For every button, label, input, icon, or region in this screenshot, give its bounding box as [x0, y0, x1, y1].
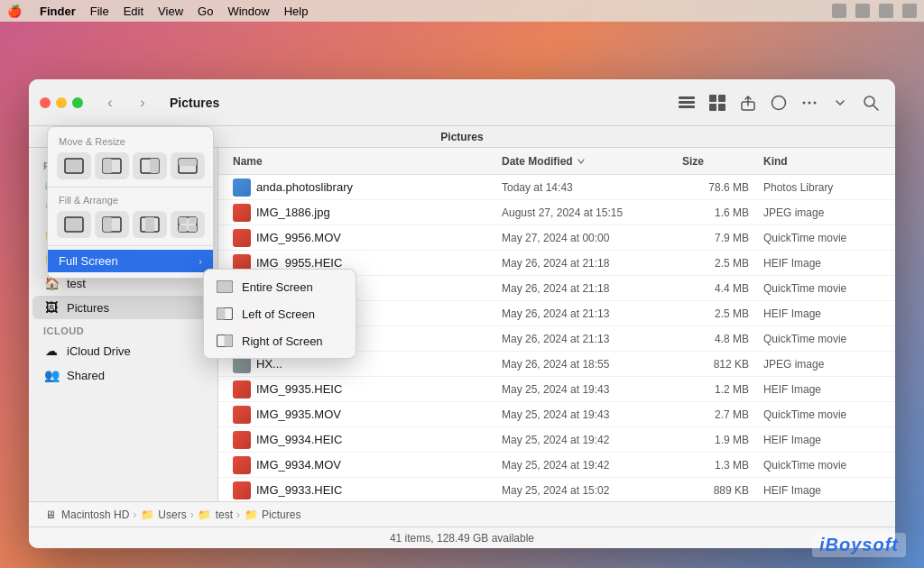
table-row[interactable]: IMG_9935.MOV May 25, 2024 at 19:43 2.7 M…	[218, 402, 895, 427]
sidebar-icloud-item-icloud-drive[interactable]: ☁iCloud Drive	[32, 339, 214, 362]
ctx-fullscreen-label: Full Screen	[59, 254, 118, 268]
table-row[interactable]: IMG_1886.jpg August 27, 2024 at 15:15 1.…	[218, 200, 895, 225]
search-button[interactable]	[857, 90, 884, 115]
file-date-6: May 26, 2024 at 21:13	[502, 333, 682, 345]
ctx-arrange-4[interactable]	[171, 211, 205, 238]
sidebar-icloud-item-shared[interactable]: 👥Shared	[32, 363, 214, 387]
file-date-11: May 25, 2024 at 19:42	[502, 459, 682, 472]
icloud-icon-0: ☁	[43, 343, 60, 359]
submenu-label-2: Right of Screen	[242, 334, 323, 348]
table-row[interactable]: IMG_9935.HEIC May 25, 2024 at 19:43 1.2 …	[218, 377, 895, 402]
svg-rect-23	[103, 217, 112, 232]
svg-point-9	[803, 101, 806, 104]
svg-rect-6	[718, 104, 725, 111]
path-separator: ›	[133, 508, 136, 521]
file-size-7: 812 KB	[682, 358, 763, 371]
file-name-9: IMG_9935.MOV	[233, 406, 502, 424]
grid-view-button[interactable]	[704, 90, 731, 115]
ctx-fullscreen-item[interactable]: Full Screen ›	[48, 250, 213, 272]
path-icon-1: 📁	[140, 508, 154, 522]
maximize-button[interactable]	[72, 97, 83, 108]
file-date-1: August 27, 2024 at 15:15	[502, 206, 682, 219]
share-button[interactable]	[735, 90, 762, 115]
minimize-button[interactable]	[56, 97, 67, 108]
file-name-1: IMG_1886.jpg	[233, 204, 502, 222]
traffic-lights	[40, 97, 83, 108]
path-separator: ›	[236, 508, 240, 521]
table-row[interactable]: IMG_9933.HEIC May 25, 2024 at 15:02 889 …	[218, 478, 895, 501]
menubar-icon-1	[832, 4, 846, 18]
sidebar-icon-5: 🖼	[43, 299, 60, 316]
file-kind-4: QuickTime movie	[763, 282, 881, 295]
path-icon-0: 🖥	[43, 508, 58, 522]
path-segment-2[interactable]: test	[216, 508, 233, 521]
path-segment-3[interactable]: Pictures	[262, 508, 300, 521]
ctx-arrange-icons	[48, 207, 213, 242]
back-button[interactable]: ‹	[97, 90, 123, 115]
file-name-2: IMG_9956.MOV	[233, 229, 502, 247]
submenu-label-1: Left of Screen	[242, 307, 315, 321]
more-button[interactable]	[796, 90, 823, 115]
ctx-arrange-1[interactable]	[57, 211, 91, 238]
close-button[interactable]	[40, 97, 51, 108]
location-label: Pictures	[440, 131, 483, 143]
svg-rect-28	[179, 217, 187, 224]
file-date-8: May 25, 2024 at 19:43	[502, 383, 682, 396]
file-menu[interactable]: File	[90, 5, 109, 18]
submenu-item-entire-screen[interactable]: Entire Screen	[204, 273, 356, 300]
file-name-8: IMG_9935.HEIC	[233, 380, 502, 399]
svg-rect-29	[189, 217, 197, 224]
svg-rect-31	[189, 225, 197, 232]
ctx-arrange-3[interactable]	[133, 211, 167, 238]
path-bar: 🖥Macintosh HD›📁Users›📁test›📁Pictures	[29, 501, 895, 527]
edit-menu[interactable]: Edit	[124, 5, 143, 18]
file-date-4: May 26, 2024 at 21:18	[502, 282, 682, 295]
filelist-header: Name Date Modified Size Kind	[218, 148, 895, 175]
ctx-arrange-2[interactable]	[95, 211, 129, 238]
ctx-move-icons	[48, 149, 213, 183]
help-menu[interactable]: Help	[284, 5, 309, 18]
svg-rect-20	[179, 159, 197, 166]
submenu-item-right-of-screen[interactable]: Right of Screen	[204, 327, 356, 354]
col-kind[interactable]: Kind	[763, 155, 881, 168]
forward-button[interactable]: ›	[130, 90, 155, 115]
file-date-2: May 27, 2024 at 00:00	[502, 232, 682, 244]
table-row[interactable]: IMG_9934.HEIC May 25, 2024 at 19:42 1.9 …	[218, 427, 895, 453]
svg-rect-2	[679, 105, 695, 108]
svg-rect-16	[103, 159, 112, 173]
svg-line-13	[873, 105, 878, 110]
ctx-move-full[interactable]	[57, 152, 91, 179]
file-size-4: 4.4 MB	[682, 282, 763, 295]
table-row[interactable]: IMG_9956.MOV May 27, 2024 at 00:00 7.9 M…	[218, 225, 895, 251]
file-kind-0: Photos Library	[763, 181, 881, 194]
submenu-item-left-of-screen[interactable]: Left of Screen	[204, 300, 356, 327]
go-menu[interactable]: Go	[198, 5, 213, 18]
svg-rect-1	[679, 101, 695, 104]
path-segment-1[interactable]: Users	[158, 508, 186, 521]
svg-rect-30	[179, 225, 187, 232]
ctx-move-top[interactable]	[171, 152, 205, 179]
ctx-move-left[interactable]	[95, 152, 129, 179]
file-size-9: 2.7 MB	[682, 408, 763, 421]
file-size-11: 1.3 MB	[682, 459, 763, 472]
file-kind-8: HEIF Image	[763, 383, 881, 396]
col-date[interactable]: Date Modified	[502, 155, 682, 168]
table-row[interactable]: IMG_9934.MOV May 25, 2024 at 19:42 1.3 M…	[218, 453, 895, 478]
path-segment-0[interactable]: Macintosh HD	[61, 508, 129, 521]
apple-menu[interactable]: 🍎	[7, 5, 22, 18]
finder-menu[interactable]: Finder	[40, 5, 76, 18]
svg-point-11	[814, 101, 817, 104]
window-menu[interactable]: Window	[227, 5, 269, 18]
chevron-down-button[interactable]	[827, 90, 854, 115]
col-size[interactable]: Size	[682, 155, 763, 168]
list-view-button[interactable]	[673, 90, 700, 115]
ctx-move-right[interactable]	[133, 152, 167, 179]
col-name[interactable]: Name	[233, 155, 502, 168]
table-row[interactable]: anda.photoslibrary Today at 14:43 78.6 M…	[218, 175, 895, 200]
sidebar-item-pictures[interactable]: 🖼Pictures	[32, 296, 214, 319]
tag-button[interactable]	[765, 90, 792, 115]
file-kind-10: HEIF Image	[763, 434, 881, 446]
view-menu[interactable]: View	[158, 5, 183, 18]
ctx-section1-label: Move & Resize	[48, 133, 213, 149]
file-size-3: 2.5 MB	[682, 257, 763, 270]
